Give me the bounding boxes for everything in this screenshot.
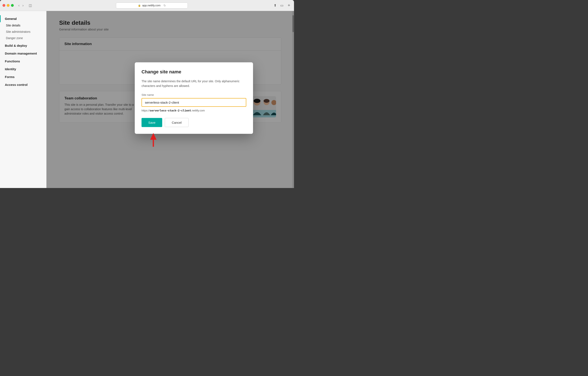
modal-actions: Save Cancel	[142, 118, 246, 127]
address-bar-container: 🔒 app.netlify.com ↻	[35, 2, 269, 9]
cancel-button[interactable]: Cancel	[165, 118, 189, 127]
sidebar-item-forms[interactable]: Forms	[0, 73, 46, 80]
site-name-input[interactable]	[142, 98, 246, 107]
save-button[interactable]: Save	[142, 118, 162, 127]
share-button[interactable]: ⬆	[273, 2, 278, 8]
url-preview: https://serverless-stack-2-client.netlif…	[142, 109, 246, 112]
sidebar-section-build-deploy: Build & deploy	[0, 42, 46, 49]
sidebar-section-general: General Site details Site administrators…	[0, 15, 46, 41]
sidebar-item-access-control[interactable]: Access control	[0, 81, 46, 88]
forward-button[interactable]: ›	[21, 3, 25, 8]
sidebar-toggle-button[interactable]: ◫	[27, 2, 33, 8]
red-arrow-icon	[149, 133, 158, 148]
maximize-button[interactable]	[11, 4, 14, 7]
svg-marker-9	[150, 133, 157, 140]
sidebar-section-functions: Functions	[0, 58, 46, 65]
browser-toolbar: ‹ › ◫ 🔒 app.netlify.com ↻ ⬆ ▭ +	[0, 0, 294, 11]
modal-description: The site name determines the default URL…	[142, 79, 246, 88]
site-name-label: Site name	[142, 93, 246, 96]
sidebar-item-domain-management[interactable]: Domain management	[0, 50, 46, 57]
sidebar-section-domain: Domain management	[0, 50, 46, 57]
page-content: Site details General information about y…	[46, 11, 294, 188]
sidebar-button[interactable]: ▭	[279, 2, 285, 8]
url-suffix: .netlify.com	[191, 109, 205, 112]
sidebar-section-forms: Forms	[0, 73, 46, 80]
sidebar-item-site-details[interactable]: Site details	[0, 22, 46, 29]
red-arrow-container	[149, 133, 158, 149]
new-tab-button[interactable]: +	[286, 2, 292, 8]
sidebar-item-identity[interactable]: Identity	[0, 66, 46, 73]
sidebar: General Site details Site administrators…	[0, 11, 46, 188]
close-button[interactable]	[2, 4, 5, 7]
sidebar-section-access-control: Access control	[0, 81, 46, 88]
svg-rect-8	[153, 139, 154, 147]
sidebar-item-build-deploy[interactable]: Build & deploy	[0, 42, 46, 49]
url-text: app.netlify.com	[142, 4, 160, 7]
change-site-name-modal: Change site name The site name determine…	[135, 62, 253, 134]
sidebar-item-site-administrators[interactable]: Site administrators	[0, 29, 46, 35]
sidebar-item-functions[interactable]: Functions	[0, 58, 46, 65]
browser-content: General Site details Site administrators…	[0, 11, 294, 188]
traffic-lights	[2, 4, 14, 7]
back-button[interactable]: ‹	[17, 3, 21, 8]
sidebar-general-label: General	[5, 17, 17, 21]
url-prefix: https://	[142, 109, 150, 112]
lock-icon: 🔒	[138, 4, 141, 7]
url-bold: serverless-stack-2-client	[150, 109, 191, 112]
address-bar[interactable]: 🔒 app.netlify.com ↻	[116, 2, 188, 9]
sidebar-section-identity: Identity	[0, 66, 46, 73]
sidebar-item-general[interactable]: General	[0, 15, 46, 22]
nav-buttons: ‹ ›	[17, 3, 25, 8]
toolbar-actions: ⬆ ▭	[273, 2, 285, 8]
minimize-button[interactable]	[7, 4, 10, 7]
reload-icon[interactable]: ↻	[163, 4, 166, 7]
modal-title: Change site name	[142, 69, 246, 74]
sidebar-item-danger-zone[interactable]: Danger zone	[0, 35, 46, 41]
